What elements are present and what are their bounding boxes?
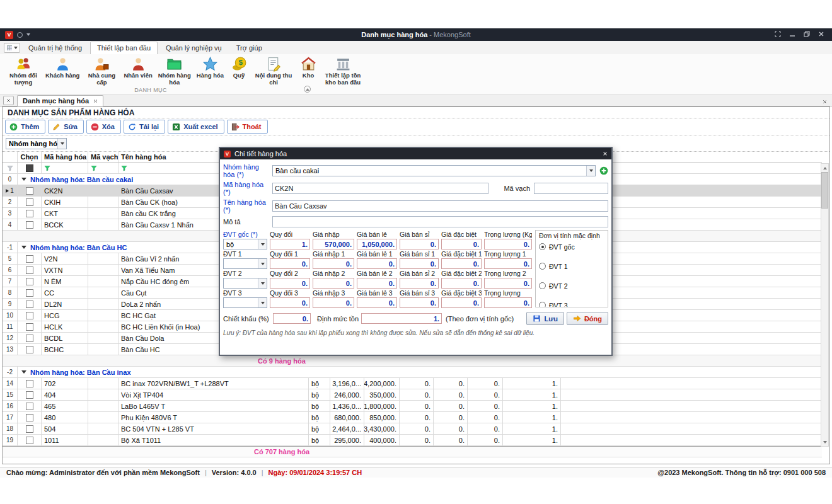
unit-value-input[interactable]: [484, 239, 532, 249]
row-checkbox[interactable]: [26, 198, 33, 206]
column-header-barcode[interactable]: Mã vạch: [88, 152, 118, 162]
default-unit-option[interactable]: ĐVT 1: [539, 261, 604, 272]
ribbon-button-noi-dung-thu-chi[interactable]: Nội dung thu chi: [253, 55, 294, 87]
default-unit-option[interactable]: ĐVT 3: [539, 300, 604, 307]
unit-value-input[interactable]: [270, 239, 310, 249]
select-all-checkbox[interactable]: [26, 164, 33, 172]
ribbon-button-khach-hang[interactable]: Khách hàng: [44, 55, 81, 80]
unit-value-input[interactable]: [313, 258, 354, 269]
scroll-down-button[interactable]: [821, 438, 828, 446]
ribbon-collapse-button[interactable]: [304, 86, 311, 93]
collapse-icon[interactable]: [21, 370, 26, 374]
close-button[interactable]: Đóng: [567, 312, 608, 325]
unit-select[interactable]: bộ: [223, 239, 267, 249]
row-checkbox[interactable]: [26, 391, 33, 399]
application-menu-button[interactable]: [4, 43, 20, 53]
unit-value-input[interactable]: [400, 278, 439, 289]
filter-cell-chon[interactable]: [18, 163, 42, 173]
ribbon-button-quy[interactable]: $Quỹ: [225, 55, 253, 80]
column-header-chon[interactable]: Chọn: [18, 152, 42, 162]
ribbon-tab-quản-lý-nghiệp-vụ[interactable]: Quản lý nghiệp vụ: [159, 42, 228, 54]
tab-danh-muc-hang-hoa[interactable]: Danh mục hàng hóa: [17, 95, 103, 106]
ribbon-button-nhan-vien[interactable]: Nhân viên: [122, 55, 153, 80]
dialog-close-icon[interactable]: [603, 151, 608, 156]
table-row[interactable]: 17480Phu Kiện 480V6 Tbộ680,000.850,000.0…: [3, 412, 822, 423]
unit-value-input[interactable]: [400, 258, 439, 269]
quick-access-icon[interactable]: [17, 32, 23, 38]
ribbon-button-hang-hoa[interactable]: Hàng hóa: [195, 55, 225, 80]
unit-select[interactable]: [223, 258, 267, 269]
product-code-input[interactable]: [272, 183, 488, 194]
fullscreen-icon[interactable]: [775, 31, 781, 38]
quick-access-dropdown-icon[interactable]: [26, 33, 30, 36]
dropdown-button[interactable]: [57, 139, 66, 149]
description-input[interactable]: [272, 216, 608, 227]
row-checkbox[interactable]: [26, 301, 33, 308]
vertical-scrollbar[interactable]: [821, 163, 829, 447]
toolbar-button-thoat[interactable]: Thoát: [227, 120, 268, 134]
group-row[interactable]: -2Nhóm hàng hóa: Bàn Cầu inax: [3, 367, 822, 378]
table-row[interactable]: 191011Bộ Xã T1011bộ295,000.400,000.0.0.0…: [3, 435, 822, 446]
unit-select[interactable]: [223, 278, 267, 289]
row-checkbox[interactable]: [26, 221, 33, 229]
filter-cell-num[interactable]: [3, 163, 18, 173]
ribbon-tab-thiết-lập-ban-đầu[interactable]: Thiết lập ban đầu: [90, 42, 158, 54]
unit-value-input[interactable]: [313, 239, 354, 249]
unit-value-input[interactable]: [270, 297, 310, 308]
close-tab-icon[interactable]: [93, 99, 98, 103]
collapse-icon[interactable]: [21, 246, 26, 249]
row-checkbox[interactable]: [26, 278, 33, 285]
unit-value-input[interactable]: [313, 297, 354, 308]
row-checkbox[interactable]: [26, 437, 33, 444]
column-header-code[interactable]: Mã hàng hóa: [42, 152, 88, 162]
unit-value-input[interactable]: [484, 297, 532, 308]
dropdown-button[interactable]: [586, 166, 595, 176]
product-name-input[interactable]: [272, 200, 608, 212]
toolbar-button-sua[interactable]: Sửa: [48, 120, 83, 134]
unit-value-input[interactable]: [357, 239, 397, 249]
ribbon-button-thiet-lap-ton-kho[interactable]: Thiết lập tồn kho ban đầu: [322, 55, 364, 87]
collapse-icon[interactable]: [21, 178, 26, 181]
ribbon-button-nha-cung-cap[interactable]: Nhà cung cấp: [81, 55, 122, 87]
scrollbar-thumb[interactable]: [821, 172, 828, 209]
row-checkbox[interactable]: [26, 323, 33, 331]
unit-value-input[interactable]: [400, 297, 439, 308]
discount-input[interactable]: [273, 313, 311, 324]
filter-cell-code[interactable]: [42, 163, 88, 173]
row-checkbox[interactable]: [26, 414, 33, 421]
save-button[interactable]: Lưu: [526, 312, 563, 325]
dropdown-button[interactable]: [258, 278, 267, 288]
unit-value-input[interactable]: [400, 239, 439, 249]
unit-value-input[interactable]: [357, 297, 397, 308]
restore-icon[interactable]: [804, 31, 810, 38]
toolbar-button-xuat-excel[interactable]: Xuất excel: [168, 120, 224, 134]
unit-value-input[interactable]: [484, 278, 532, 289]
unit-value-input[interactable]: [270, 278, 310, 289]
scroll-up-button[interactable]: [821, 164, 828, 172]
ribbon-button-nhom-hang-hoa[interactable]: Nhóm hàng hóa: [154, 55, 195, 87]
table-row[interactable]: 15404Vòi Xịt TP404bộ246,000.350,000.0.0.…: [3, 389, 822, 401]
product-group-select[interactable]: Bàn cầu cakai: [272, 165, 596, 176]
unit-value-input[interactable]: [357, 258, 397, 269]
close-icon[interactable]: [818, 31, 824, 38]
unit-value-input[interactable]: [357, 278, 397, 289]
default-unit-option[interactable]: ĐVT 2: [539, 280, 604, 291]
close-view-button[interactable]: [3, 96, 14, 105]
unit-select[interactable]: [223, 297, 267, 308]
row-checkbox[interactable]: [26, 187, 33, 195]
close-all-icon[interactable]: [823, 100, 827, 104]
row-checkbox[interactable]: [26, 210, 33, 217]
row-checkbox[interactable]: [26, 403, 33, 410]
barcode-input[interactable]: [534, 183, 608, 194]
unit-value-input[interactable]: [441, 258, 482, 269]
dropdown-button[interactable]: [258, 298, 267, 307]
row-checkbox[interactable]: [26, 255, 33, 263]
stock-norm-input[interactable]: [361, 313, 442, 324]
ribbon-button-kho[interactable]: Kho: [294, 55, 322, 80]
add-group-button[interactable]: [599, 166, 608, 175]
row-checkbox[interactable]: [26, 425, 33, 433]
dialog-titlebar[interactable]: V Chi tiết hàng hóa: [220, 148, 611, 159]
toolbar-button-tai-lai[interactable]: Tải lại: [124, 120, 165, 134]
table-row[interactable]: 18504BC 504 VTN + L285 VTbộ2,464,0...3,4…: [3, 423, 822, 435]
row-checkbox[interactable]: [26, 312, 33, 319]
